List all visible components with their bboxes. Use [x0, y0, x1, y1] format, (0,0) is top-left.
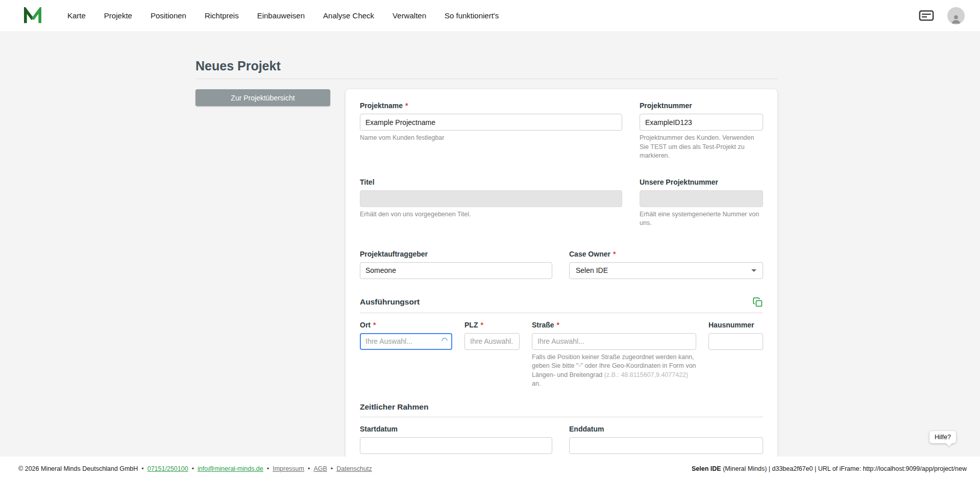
main-nav: Karte Projekte Positionen Richtpreis Ein…	[67, 11, 499, 20]
projektauftraggeber-label-text: Projektauftraggeber	[360, 250, 428, 258]
unsere-projektnummer-helper: Erhält eine systemgenerierte Nummer von …	[640, 210, 763, 228]
plz-field: PLZ *	[464, 321, 520, 389]
projektnummer-input[interactable]	[640, 114, 763, 131]
navbar-right	[919, 7, 965, 24]
hausnummer-field: Hausnummer	[708, 321, 763, 389]
unsere-projektnummer-field: Unsere Projektnummer Erhält eine systemg…	[640, 178, 763, 228]
session-rest: (Mineral Minds) | d33bea2f67e0 | URL of …	[721, 465, 967, 472]
footer-separator: •	[141, 465, 143, 472]
page-title: Neues Projekt	[195, 59, 777, 73]
strasse-input[interactable]	[532, 333, 696, 350]
footer-separator: •	[331, 465, 333, 472]
project-overview-button[interactable]: Zur Projektübersicht	[195, 89, 330, 106]
projektname-label-text: Projektname	[360, 102, 403, 110]
projektauftraggeber-input[interactable]	[360, 262, 552, 279]
nav-item-projekte[interactable]: Projekte	[104, 11, 132, 20]
hausnummer-input[interactable]	[708, 333, 763, 350]
nav-item-verwalten[interactable]: Verwalten	[393, 11, 426, 20]
startdatum-input[interactable]	[360, 437, 552, 454]
main-content: Neues Projekt Zur Projektübersicht Proje…	[0, 31, 980, 457]
strasse-label: Straße *	[532, 321, 696, 329]
project-form-card: Projektname * Name vom Kunden festlegbar…	[346, 89, 777, 457]
enddatum-label: Enddatum	[569, 425, 763, 433]
footer-separator: •	[267, 465, 269, 472]
projektnummer-field: Projektnummer Projektnummer des Kunden. …	[640, 102, 763, 161]
case-owner-select[interactable]: Selen IDE	[569, 262, 763, 279]
plz-label-text: PLZ	[464, 321, 478, 329]
case-owner-value: Selen IDE	[576, 266, 608, 274]
footer-copyright: © 2026 Mineral Minds Deutschland GmbH	[18, 465, 138, 472]
footer: © 2026 Mineral Minds Deutschland GmbH • …	[0, 457, 980, 481]
nav-item-karte[interactable]: Karte	[67, 11, 86, 20]
startdatum-field: Startdatum	[360, 425, 552, 454]
projektnummer-label: Projektnummer	[640, 102, 763, 110]
copy-icon[interactable]	[752, 297, 763, 308]
strasse-helper-example: (z.B.: 48.8115607,9.4077422)	[604, 371, 688, 378]
zeitlicher-rahmen-title: Zeitlicher Rahmen	[360, 402, 428, 412]
nav-item-richtpreis[interactable]: Richtpreis	[205, 11, 239, 20]
required-asterisk: *	[373, 321, 376, 329]
help-button[interactable]: Hilfe?	[929, 431, 956, 443]
dates-row: Startdatum Enddatum	[360, 425, 763, 454]
ort-label-text: Ort	[360, 321, 371, 329]
nav-item-einbauweisen[interactable]: Einbauweisen	[257, 11, 305, 20]
ort-field: Ort *	[360, 321, 452, 389]
case-owner-field: Case Owner * Selen IDE	[569, 250, 763, 279]
logo-icon	[23, 7, 42, 24]
unsere-projektnummer-label-text: Unsere Projektnummer	[640, 178, 718, 186]
projektnummer-helper: Projektnummer des Kunden. Verwenden Sie …	[640, 134, 763, 161]
hausnummer-label: Hausnummer	[708, 321, 763, 329]
titel-field: Titel Erhält den von uns vorgegebenen Ti…	[360, 178, 622, 228]
chevron-down-icon	[751, 269, 756, 272]
projektname-input[interactable]	[360, 114, 622, 131]
footer-agb-link[interactable]: AGB	[313, 465, 327, 472]
ausfuehrungsort-title: Ausführungsort	[360, 297, 420, 307]
footer-datenschutz-link[interactable]: Datenschutz	[336, 465, 372, 472]
ausfuehrungsort-section-header: Ausführungsort	[360, 297, 763, 308]
strasse-helper: Falls die Position keiner Straße zugeord…	[532, 353, 696, 389]
titel-input	[360, 190, 622, 207]
plz-input[interactable]	[464, 333, 520, 350]
title-divider	[195, 79, 777, 79]
startdatum-label: Startdatum	[360, 425, 552, 433]
footer-separator: •	[308, 465, 310, 472]
case-owner-label: Case Owner *	[569, 250, 763, 258]
form-row-titel-number: Titel Erhält den von uns vorgegebenen Ti…	[360, 178, 763, 228]
nav-item-so-funktionierts[interactable]: So funktioniert's	[445, 11, 499, 20]
footer-session-info: Selen IDE (Mineral Minds) | d33bea2f67e0…	[692, 465, 967, 472]
unsere-projektnummer-input	[640, 190, 763, 207]
location-row: Ort * PLZ *	[360, 321, 763, 389]
footer-left: © 2026 Mineral Minds Deutschland GmbH • …	[18, 465, 372, 472]
required-asterisk: *	[405, 102, 408, 110]
required-asterisk: *	[480, 321, 483, 329]
session-user: Selen IDE	[692, 465, 721, 472]
section-divider	[360, 313, 763, 313]
section-divider	[360, 417, 763, 417]
server-icon[interactable]	[919, 10, 934, 21]
footer-phone-link[interactable]: 07151/250100	[148, 465, 188, 472]
zeitlicher-rahmen-section-header: Zeitlicher Rahmen	[360, 402, 763, 412]
required-asterisk: *	[613, 250, 616, 258]
form-row-name-number: Projektname * Name vom Kunden festlegbar…	[360, 102, 763, 161]
footer-email-link[interactable]: info@mineral-minds.de	[198, 465, 263, 472]
ort-input[interactable]	[360, 333, 452, 350]
projektauftraggeber-field: Projektauftraggeber	[360, 250, 552, 279]
footer-impressum-link[interactable]: Impressum	[273, 465, 304, 472]
footer-separator: •	[192, 465, 194, 472]
person-icon	[950, 13, 962, 24]
projektname-field: Projektname * Name vom Kunden festlegbar	[360, 102, 622, 161]
nav-item-positionen[interactable]: Positionen	[151, 11, 186, 20]
plz-label: PLZ *	[464, 321, 520, 329]
projektname-helper: Name vom Kunden festlegbar	[360, 134, 622, 143]
titel-label-text: Titel	[360, 178, 375, 186]
top-navbar: Karte Projekte Positionen Richtpreis Ein…	[0, 0, 980, 31]
user-avatar[interactable]	[947, 7, 965, 24]
nav-item-analyse-check[interactable]: Analyse Check	[323, 11, 374, 20]
projektnummer-label-text: Projektnummer	[640, 102, 692, 110]
enddatum-input[interactable]	[569, 437, 763, 454]
titel-helper: Erhält den von uns vorgegebenen Titel.	[360, 210, 622, 219]
form-row-auftraggeber-owner: Projektauftraggeber Case Owner * Selen I…	[360, 250, 763, 279]
app-logo[interactable]	[21, 6, 44, 26]
strasse-helper-suffix: an.	[532, 380, 541, 387]
enddatum-label-text: Enddatum	[569, 425, 604, 433]
